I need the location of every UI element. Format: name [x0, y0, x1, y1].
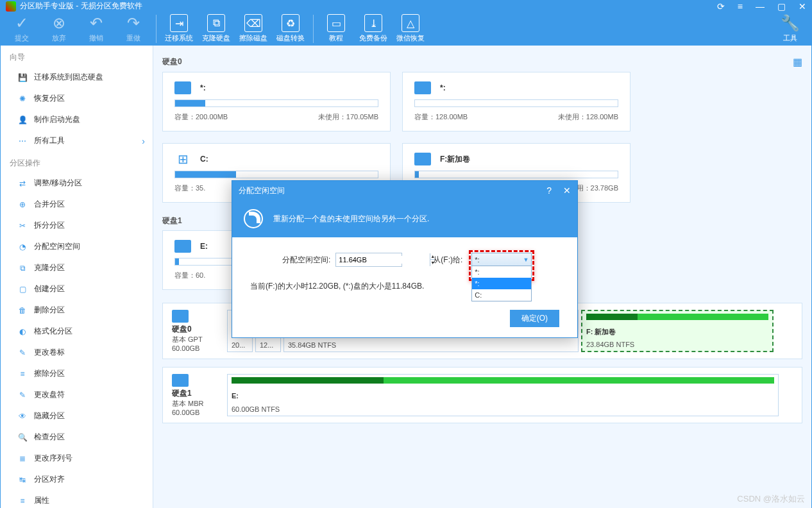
dropdown-option[interactable]: *: — [472, 266, 531, 278]
sidebar-item[interactable]: 🗑删除分区 — [1, 300, 153, 321]
partition-card[interactable]: *: 容量：200.00MB未使用：170.05MB — [162, 72, 391, 131]
migrate-os-button[interactable]: ⇥迁移系统 — [160, 12, 198, 46]
sidebar-item[interactable]: ⋯所有工具 — [1, 130, 153, 151]
refresh-icon[interactable]: ⟳ — [717, 1, 725, 12]
view-toggle-icon[interactable]: ▦ — [793, 56, 802, 68]
alloc-size-field[interactable] — [336, 256, 430, 264]
sidebar-item-icon: ✺ — [17, 94, 28, 104]
sidebar-item-icon: ✎ — [17, 390, 28, 400]
sidebar-item[interactable]: ✺恢复分区 — [1, 88, 153, 109]
dropdown-option[interactable]: *: — [472, 278, 531, 289]
sidebar-item-icon: ⊕ — [17, 199, 28, 210]
wipe-disk-button[interactable]: ⌫擦除磁盘 — [235, 12, 272, 46]
disk0-title: 硬盘0 — [162, 56, 182, 67]
sidebar-item[interactable]: ◔分配空闲空间 — [1, 236, 153, 257]
segment-size: 35.84GB NTFS — [288, 341, 574, 349]
dialog-title: 分配空闲空间 — [239, 185, 535, 196]
sidebar-item[interactable]: ↹分区对齐 — [1, 469, 153, 490]
disk-icon — [172, 374, 189, 387]
sidebar-item-icon: ≣ — [17, 453, 28, 464]
ok-button[interactable]: 确定(O) — [510, 310, 559, 327]
window-title: 分区助手专业版 - 无损分区免费软件 — [20, 1, 717, 12]
drive-icon — [174, 240, 191, 253]
disk-type: 基本 MBR — [172, 399, 222, 409]
sidebar-item-icon: 💾 — [17, 72, 28, 83]
segment-size: 12... — [260, 341, 276, 349]
sidebar-item-label: 更改序列号 — [34, 453, 72, 464]
segment-label: E: — [232, 392, 774, 400]
sidebar-item[interactable]: 🔍检查分区 — [1, 427, 153, 448]
tutorial-button[interactable]: ▭教程 — [317, 12, 355, 46]
maximize-icon[interactable]: ▢ — [777, 1, 786, 12]
sidebar-item-label: 拆分分区 — [34, 220, 65, 231]
partition-label: *: — [200, 83, 206, 92]
disk-convert-button[interactable]: ♻磁盘转换 — [272, 12, 309, 46]
from-label: 从(F:)给: — [433, 255, 462, 266]
sidebar-item-icon: ✎ — [17, 348, 28, 358]
sidebar-item[interactable]: ✎更改卷标 — [1, 342, 153, 363]
sidebar-item[interactable]: ⧉克隆分区 — [1, 257, 153, 278]
minimize-icon[interactable]: — — [756, 1, 765, 12]
close-icon[interactable]: ✕ — [799, 1, 806, 12]
segment-size: 60.00GB NTFS — [232, 405, 774, 413]
disk-segment[interactable]: F: 新加卷 23.84GB NTFS — [581, 310, 774, 352]
partition-label: *: — [440, 83, 446, 92]
disk1-bar-row: 硬盘1 基本 MBR 60.00GB E: 60.00GB NTFS — [162, 367, 802, 423]
sidebar-item[interactable]: 💾迁移系统到固态硬盘 — [1, 67, 153, 88]
alloc-label: 分配空闲空间: — [282, 255, 330, 266]
redo-button[interactable]: ↷重做 — [115, 12, 152, 46]
submit-button[interactable]: ✓提交 — [3, 12, 40, 46]
free-backup-button[interactable]: ⤓免费备份 — [355, 12, 392, 46]
dropdown-option[interactable]: C: — [472, 289, 531, 301]
wechat-recover-button[interactable]: △微信恢复 — [392, 12, 429, 46]
sidebar-item[interactable]: 👤制作启动光盘 — [1, 109, 153, 130]
partition-label: F:新加卷 — [440, 154, 470, 165]
discard-button[interactable]: ⊗放弃 — [40, 12, 78, 46]
sidebar-item-icon: ⋯ — [17, 136, 28, 146]
sidebar-item-label: 格式化分区 — [34, 326, 72, 337]
sidebar-item[interactable]: ≡属性 — [1, 490, 153, 508]
sidebar-item-icon: ≡ — [17, 369, 28, 379]
tools-button[interactable]: 🔧工具 — [772, 12, 809, 46]
sidebar-item-label: 合并分区 — [34, 199, 65, 210]
sidebar-item[interactable]: ⊕合并分区 — [1, 194, 153, 215]
sidebar-item[interactable]: ⇄调整/移动分区 — [1, 173, 153, 194]
usage-bar — [414, 171, 618, 178]
disk-segment[interactable]: E: 60.00GB NTFS — [227, 374, 779, 416]
sidebar-item-label: 迁移系统到固态硬盘 — [34, 72, 103, 83]
sidebar-item-label: 克隆分区 — [34, 262, 65, 273]
chevron-down-icon: ▼ — [523, 257, 529, 263]
sidebar-item-icon: ≡ — [17, 496, 28, 506]
usage-bar — [174, 171, 378, 178]
sidebar-item[interactable]: ◐格式化分区 — [1, 321, 153, 342]
disk1-title: 硬盘1 — [162, 216, 182, 226]
sidebar-item-icon: ◔ — [17, 242, 28, 252]
partition-card[interactable]: *: 容量：128.00MB未使用：128.00MB — [402, 72, 630, 131]
alloc-size-input[interactable]: ▲▼ — [335, 253, 402, 267]
sidebar-item-icon: ◐ — [17, 326, 28, 337]
segment-size: 20... — [232, 341, 248, 349]
sidebar-item-label: 更改卷标 — [34, 347, 65, 358]
menu-icon[interactable]: ≡ — [738, 1, 743, 12]
sidebar-item[interactable]: 👁隐藏分区 — [1, 405, 153, 427]
unused-text: 未使用：128.00MB — [558, 112, 618, 122]
undo-button[interactable]: ↶撤销 — [78, 12, 115, 46]
sidebar-item-icon: ▢ — [17, 284, 28, 294]
disk-size: 60.00GB — [172, 409, 222, 416]
capacity-text: 容量：60. — [174, 271, 205, 280]
sidebar-item[interactable]: ≣更改序列号 — [1, 448, 153, 469]
dialog-help-icon[interactable]: ? — [546, 185, 552, 196]
sidebar-item[interactable]: ✂拆分分区 — [1, 215, 153, 236]
dialog-close-icon[interactable]: ✕ — [563, 185, 571, 196]
sidebar-item[interactable]: ✎更改盘符 — [1, 384, 153, 405]
partition-label: C: — [200, 155, 208, 164]
sidebar-item-label: 擦除分区 — [34, 368, 65, 379]
dialog-banner-text: 重新分配一个盘的未使用空间给另外一个分区. — [273, 214, 429, 224]
clone-disk-button[interactable]: ⧉克隆硬盘 — [198, 12, 235, 46]
sidebar-item-icon: 👁 — [17, 411, 28, 421]
sidebar-item[interactable]: ≡擦除分区 — [1, 363, 153, 384]
target-drive-dropdown[interactable]: *: ▼ — [471, 253, 532, 267]
partition-label: E: — [200, 242, 208, 251]
usage-bar — [174, 99, 378, 107]
sidebar-item[interactable]: ▢创建分区 — [1, 278, 153, 300]
